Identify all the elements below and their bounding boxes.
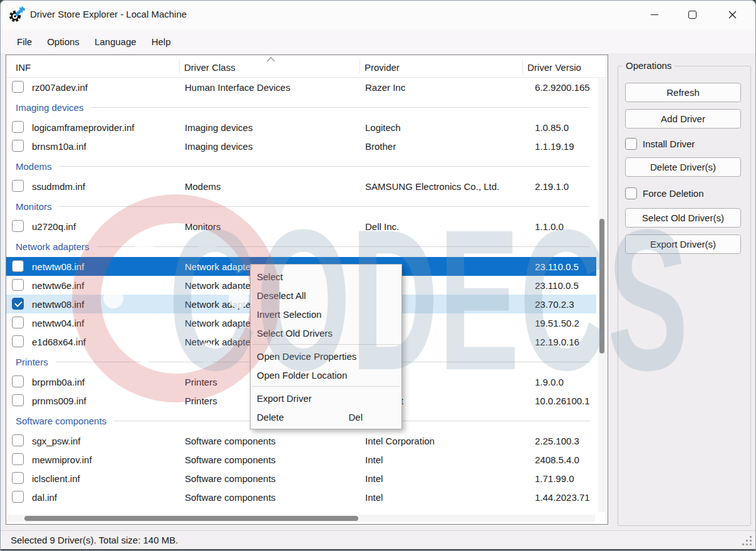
group-label: Monitors — [16, 201, 52, 212]
group-header-imaging-devices[interactable]: Imaging devices — [6, 97, 596, 118]
context-menu-item-invert-selection[interactable]: Invert Selection — [251, 305, 401, 323]
context-menu-item-deselect-all[interactable]: Deselect All — [251, 286, 401, 305]
inf-cell: netwtw04.inf — [6, 318, 179, 328]
row-checkbox[interactable] — [12, 81, 24, 93]
menu-item-language[interactable]: Language — [87, 33, 144, 51]
inf-cell: sgx_psw.inf — [6, 436, 179, 446]
horizontal-scrollbar[interactable] — [8, 515, 595, 522]
version-cell: 1.1.0.0 — [522, 221, 596, 232]
horizontal-scrollbar-thumb[interactable] — [24, 516, 358, 521]
column-header-inf[interactable]: INF — [6, 55, 179, 78]
inf-cell: netwtw6e.inf — [6, 280, 179, 291]
inf-cell: iclsclient.inf — [6, 473, 179, 484]
group-header-network-adapters[interactable]: Network adapters — [6, 236, 596, 257]
row-checkbox[interactable] — [12, 317, 24, 328]
checkbox-label: Force Deletion — [643, 188, 704, 199]
column-separator — [360, 60, 360, 73]
inf-cell: mewmiprov.inf — [6, 454, 179, 465]
inf-cell: brprmb0a.inf — [6, 377, 179, 387]
group-label: Printers — [16, 357, 48, 367]
row-checkbox[interactable] — [12, 279, 24, 291]
group-header-modems[interactable]: Modems — [6, 155, 596, 177]
table-row[interactable]: ssudmdm.infModemsSAMSUNG Electronics Co.… — [6, 177, 596, 196]
group-header-monitors[interactable]: Monitors — [6, 196, 596, 217]
context-menu-item-open-device-properties[interactable]: Open Device Properties — [251, 347, 401, 365]
install-driver-checkbox-box[interactable] — [625, 138, 637, 150]
inf-cell: netwtw08.inf — [6, 261, 179, 272]
menu-item-file[interactable]: File — [9, 33, 39, 51]
group-label: Modems — [16, 161, 52, 172]
version-cell: 19.51.50.2 — [522, 318, 596, 328]
vertical-scrollbar[interactable] — [598, 78, 606, 512]
delete-driver-s-button[interactable]: Delete Driver(s) — [625, 157, 741, 177]
operations-panel: Operations RefreshAdd DriverInstall Driv… — [618, 66, 751, 526]
table-row[interactable]: mewmiprov.infSoftware componentsIntel240… — [6, 450, 596, 469]
column-header-driver-versio[interactable]: Driver Versio — [522, 55, 596, 78]
row-checkbox[interactable] — [12, 140, 24, 152]
version-cell: 1.1.19.19 — [522, 141, 596, 152]
driver-class-cell: Software components — [179, 492, 360, 503]
table-row[interactable]: u2720q.infMonitorsDell Inc.1.1.0.0 — [6, 217, 596, 236]
menu-item-options[interactable]: Options — [39, 33, 87, 51]
version-cell: 6.2.9200.165 — [522, 82, 596, 93]
group-line — [60, 166, 590, 167]
minimize-icon — [651, 14, 658, 15]
export-driver-s-button[interactable]: Export Driver(s) — [625, 234, 741, 254]
force-deletion-checkbox[interactable]: Force Deletion — [625, 186, 704, 200]
row-checkbox[interactable] — [12, 220, 24, 232]
table-row[interactable]: sgx_psw.infSoftware componentsIntel Corp… — [6, 431, 596, 450]
version-cell: 1.71.99.0 — [522, 473, 596, 484]
close-icon — [728, 10, 737, 19]
version-cell: 23.70.2.3 — [522, 299, 596, 310]
context-menu-item-delete[interactable]: DeleteDel — [251, 407, 401, 426]
context-menu-item-open-folder-location[interactable]: Open Folder Location — [251, 365, 401, 384]
select-old-driver-s-button[interactable]: Select Old Driver(s) — [625, 208, 741, 228]
table-row[interactable]: logicamframeprovider.infImaging devicesL… — [6, 118, 596, 137]
row-checkbox[interactable] — [12, 375, 24, 387]
inf-cell: e1d68x64.inf — [6, 337, 179, 347]
driver-class-cell: Software components — [179, 436, 360, 446]
refresh-button[interactable]: Refresh — [625, 83, 741, 102]
context-menu-item-label: Select Old Drivers — [257, 328, 333, 338]
vertical-scrollbar-thumb[interactable] — [599, 219, 604, 354]
context-menu-item-export-driver[interactable]: Export Driver — [251, 389, 401, 407]
group-line — [97, 246, 590, 247]
close-button[interactable] — [718, 1, 747, 29]
row-checkbox[interactable] — [12, 180, 24, 192]
version-cell: 23.110.0.5 — [522, 261, 596, 272]
add-driver-button[interactable]: Add Driver — [625, 109, 741, 129]
maximize-button[interactable] — [678, 1, 707, 29]
operations-panel-title: Operations — [623, 60, 675, 71]
table-row[interactable]: brnsm10a.infImaging devicesBrother1.1.19… — [6, 137, 596, 155]
row-checkbox[interactable] — [12, 434, 24, 446]
table-row[interactable]: iclsclient.infSoftware componentsIntel1.… — [6, 469, 596, 488]
context-menu-item-select-old-drivers[interactable]: Select Old Drivers — [251, 323, 401, 342]
inf-cell: logicamframeprovider.inf — [6, 122, 179, 133]
app-icon — [9, 6, 26, 23]
row-checkbox[interactable] — [12, 394, 24, 406]
row-checkbox[interactable] — [12, 453, 24, 465]
column-header-provider[interactable]: Provider — [360, 55, 522, 78]
version-cell: 10.0.26100.1 — [522, 396, 596, 406]
menu-item-help[interactable]: Help — [144, 33, 179, 51]
table-row[interactable]: rz007adev.infHuman Interface DevicesRaze… — [6, 78, 596, 97]
row-checkbox[interactable] — [12, 121, 24, 133]
list-header: INFDriver ClassProviderDriver Versio — [6, 55, 608, 78]
version-cell: 23.110.0.5 — [522, 280, 596, 291]
context-menu-item-select[interactable]: Select — [251, 267, 401, 286]
inf-cell: rz007adev.inf — [6, 82, 179, 93]
minimize-button[interactable] — [640, 1, 669, 29]
row-checkbox[interactable] — [12, 491, 24, 503]
row-checkbox[interactable] — [12, 335, 24, 347]
resize-grip-icon[interactable] — [742, 536, 752, 546]
provider-cell: Intel — [360, 454, 522, 465]
row-checkbox[interactable] — [12, 260, 24, 272]
row-checkbox[interactable] — [12, 298, 24, 310]
install-driver-checkbox[interactable]: Install Driver — [625, 137, 695, 150]
table-row[interactable]: dal.infSoftware componentsIntel1.44.2023… — [6, 488, 596, 506]
provider-cell: SAMSUNG Electronics Co., Ltd. — [360, 181, 522, 192]
inf-cell: ssudmdm.inf — [6, 181, 179, 192]
app-window: Driver Store Explorer - Local Machine Fi… — [0, 0, 756, 551]
force-deletion-checkbox-box[interactable] — [625, 187, 637, 199]
row-checkbox[interactable] — [12, 472, 24, 484]
